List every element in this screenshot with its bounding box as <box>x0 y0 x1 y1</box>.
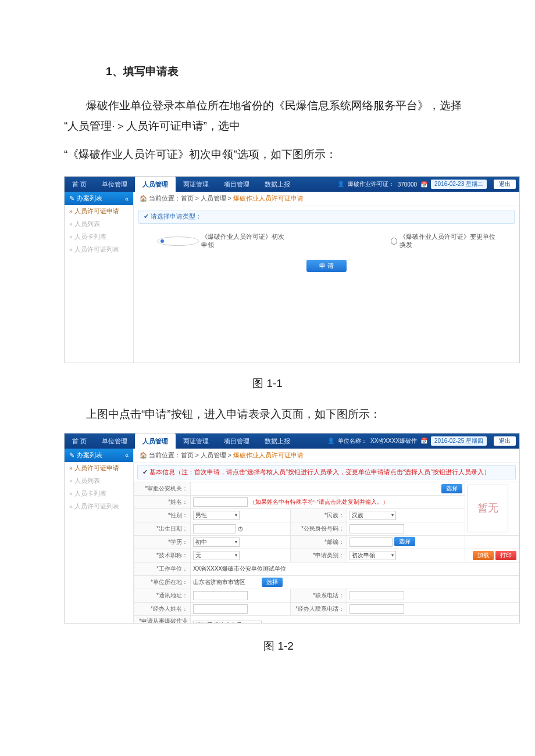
unit-label: 单位名称： <box>338 437 367 445</box>
select-zip-button[interactable]: 选择 <box>394 537 415 546</box>
radio-icon <box>157 237 199 246</box>
sidebar-item-apply[interactable]: » 人员许可证申请 <box>65 205 133 218</box>
radio-icon <box>391 238 397 245</box>
tab-home[interactable]: 首 页 <box>65 177 94 192</box>
label-name: *姓名： <box>134 495 191 508</box>
unitaddr-value: 山东省济南市市辖区 <box>193 579 245 585</box>
label-agent: *经办人姓名： <box>134 602 191 615</box>
sidebar-item-personlist[interactable]: » 人员列表 <box>65 475 133 488</box>
check-icon: ✔ <box>142 468 149 475</box>
tab-project[interactable]: 项目管理 <box>216 433 257 449</box>
breadcrumb: 🏠 当前位置：首页 > 人员管理 > 爆破作业人员许可证申请 <box>134 449 519 463</box>
option-first-apply[interactable]: 《爆破作业人员许可证》初次申领 <box>157 233 286 249</box>
check-icon: ✔ <box>144 213 151 220</box>
date-box: 2016-02-25 星期四 <box>431 436 487 446</box>
photo-placeholder: 暂无 <box>468 485 508 532</box>
date-box: 2016-02-23 星期二 <box>431 180 487 189</box>
zip-input[interactable] <box>349 538 393 547</box>
form-info-bar: ✔ 基本信息（注：首次申请，请点击“选择考核人员”按钮进行人员录入，变更单位申请… <box>137 465 516 479</box>
name-input[interactable] <box>193 497 248 507</box>
pencil-icon: ✎ <box>69 452 74 459</box>
pencil-icon: ✎ <box>69 195 74 202</box>
sidebar-item-apply[interactable]: » 人员许可证申请 <box>65 462 133 475</box>
apply-category-select[interactable]: 爆破工程技术人员 <box>193 621 262 623</box>
edu-select[interactable]: 初中 <box>193 538 240 547</box>
apply-button[interactable]: 申 请 <box>306 260 347 272</box>
breadcrumb: 🏠 当前位置：首页 > 人员管理 > 爆破作业人员许可证申请 <box>134 192 519 206</box>
apptype-select[interactable]: 初次申领 <box>349 551 396 560</box>
tab-personnel[interactable]: 人员管理 <box>135 177 176 192</box>
label-idno: *公民身份号码： <box>290 522 347 535</box>
calendar-icon: 📅 <box>420 438 427 444</box>
tab-upload[interactable]: 数据上报 <box>257 177 298 192</box>
apply-type-bar: ✔ 请选择申请类型： <box>138 210 515 224</box>
tab-cert[interactable]: 两证管理 <box>176 177 216 192</box>
nation-select[interactable]: 汉族 <box>349 511 396 520</box>
select-addr-button[interactable]: 选择 <box>262 578 283 587</box>
workunit-value: XX省XXXX爆破市公安单位测试单位 <box>191 562 519 575</box>
unit-value: XX省XXXX爆破作 <box>370 437 417 445</box>
figure-caption-2: 图 1-2 <box>64 639 471 654</box>
sidebar-title: ✎ 办案列表 « <box>65 192 133 205</box>
label-apptype: *申请类别： <box>290 549 347 562</box>
home-icon: 🏠 <box>140 452 149 458</box>
sidebar-item-certlist[interactable]: » 人员许可证列表 <box>65 500 133 513</box>
sidebar: ✎ 办案列表 « » 人员许可证申请 » 人员列表 » 人员卡列表 » 人员许可… <box>65 449 134 623</box>
label-phone: *联系电话： <box>290 589 347 602</box>
logout-button[interactable]: 退出 <box>494 180 516 189</box>
title-select[interactable]: 无 <box>193 551 240 560</box>
option-change-unit[interactable]: 《爆破作业人员许可证》变更单位换发 <box>391 233 496 249</box>
paragraph-2: “《爆破作业人员许可证》初次申领”选项，如下图所示： <box>64 144 471 164</box>
sidebar-item-personlist[interactable]: » 人员列表 <box>65 218 133 231</box>
idno-input[interactable] <box>349 524 404 533</box>
phone-input[interactable] <box>349 591 404 600</box>
birth-input[interactable] <box>193 524 236 533</box>
calendar-icon: 📅 <box>420 181 427 188</box>
sidebar-item-cardlist[interactable]: » 人员卡列表 <box>65 231 133 243</box>
tab-personnel[interactable]: 人员管理 <box>135 433 176 449</box>
permit-value: 370000 <box>398 181 417 188</box>
agentphone-input[interactable] <box>349 604 404 614</box>
calendar-picker-icon[interactable]: ◷ <box>238 525 243 531</box>
screenshot-2: 首 页 单位管理 人员管理 两证管理 项目管理 数据上报 👤 单位名称： XX省… <box>64 433 520 624</box>
paragraph-between: 上图中点击“申请”按钮，进入申请表录入页面，如下图所示： <box>64 404 471 424</box>
tab-unit[interactable]: 单位管理 <box>94 177 135 192</box>
label-title: *技术职称： <box>134 549 191 562</box>
label-org: *审批公安机关： <box>134 482 191 495</box>
label-nation: *民族： <box>290 508 347 522</box>
tab-unit[interactable]: 单位管理 <box>94 433 135 449</box>
tab-upload[interactable]: 数据上报 <box>257 433 298 449</box>
logout-button[interactable]: 退出 <box>494 436 516 446</box>
tab-cert[interactable]: 两证管理 <box>176 433 216 449</box>
label-apply-category: *申请从事爆破作业类别： <box>134 615 191 623</box>
home-icon: 🏠 <box>140 195 149 202</box>
tab-home[interactable]: 首 页 <box>65 433 94 449</box>
addr-input[interactable] <box>193 591 248 600</box>
label-agentphone: *经办人联系电话： <box>290 602 347 615</box>
sex-select[interactable]: 男性 <box>193 511 240 520</box>
label-unitaddr: *单位所在地： <box>134 575 191 589</box>
label-birth: *出生日期： <box>134 522 191 535</box>
sidebar: ✎ 办案列表 « » 人员许可证申请 » 人员列表 » 人员卡列表 » 人员许可… <box>65 192 134 363</box>
label-addr: *通讯地址： <box>134 589 191 602</box>
figure-caption-1: 图 1-1 <box>64 376 471 391</box>
label-edu: *学历： <box>134 535 191 549</box>
load-button[interactable]: 加载 <box>473 551 494 560</box>
tab-project[interactable]: 项目管理 <box>216 177 257 192</box>
user-icon: 👤 <box>337 181 344 188</box>
permit-label: 爆破作业许可证： <box>348 180 394 188</box>
user-icon: 👤 <box>327 438 334 445</box>
screenshot-1: 首 页 单位管理 人员管理 两证管理 项目管理 数据上报 👤 爆破作业许可证： … <box>64 176 520 363</box>
label-sex: *性别： <box>134 508 191 522</box>
select-org-button[interactable]: 选择 <box>441 484 462 493</box>
print-button[interactable]: 打印 <box>495 551 516 560</box>
application-form: *审批公安机关： 选择 暂无 *姓名： （如果姓名中有特殊字符“·”请点击此处复… <box>134 482 519 623</box>
top-tabs: 首 页 单位管理 人员管理 两证管理 项目管理 数据上报 <box>65 177 298 192</box>
section-heading: 1、填写申请表 <box>106 64 471 79</box>
top-navbar-2: 首 页 单位管理 人员管理 两证管理 项目管理 数据上报 👤 单位名称： XX省… <box>65 433 519 449</box>
top-navbar: 首 页 单位管理 人员管理 两证管理 项目管理 数据上报 👤 爆破作业许可证： … <box>65 177 519 192</box>
label-zip: *邮编： <box>290 535 347 549</box>
agent-input[interactable] <box>193 604 248 614</box>
sidebar-item-cardlist[interactable]: » 人员卡列表 <box>65 488 133 500</box>
sidebar-item-certlist[interactable]: » 人员许可证列表 <box>65 243 133 256</box>
